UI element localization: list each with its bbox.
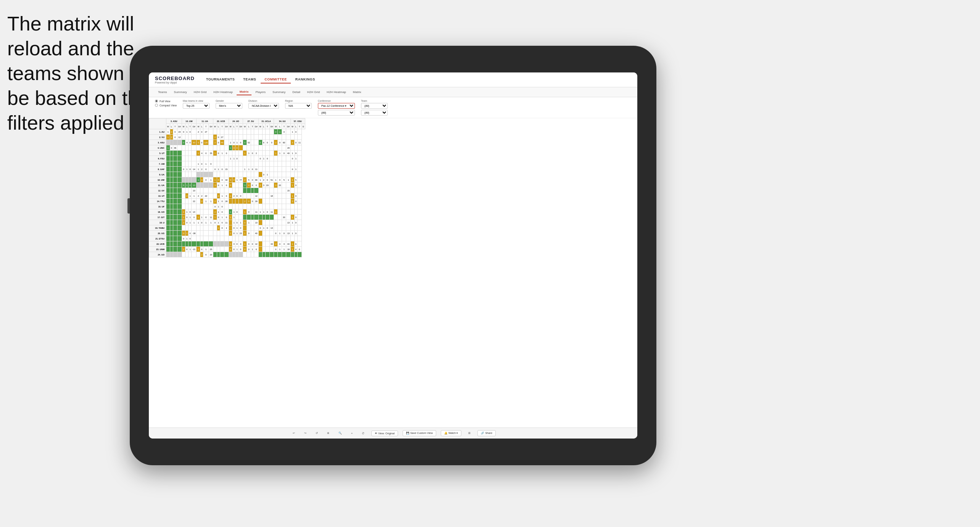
- conference-select[interactable]: Pac-12 Conference ▾ (All): [318, 103, 355, 109]
- matrix-cell: 0: [282, 151, 286, 156]
- matrix-cell: [209, 129, 213, 135]
- layout-button[interactable]: ⊞: [466, 431, 473, 436]
- team-sub-select[interactable]: (All): [361, 110, 388, 116]
- matrix-cell: [173, 183, 177, 188]
- matrix-cell: [239, 252, 243, 257]
- gender-select[interactable]: Men's Women's: [216, 103, 242, 109]
- subnav-matrix1[interactable]: Matrix: [237, 89, 252, 95]
- sh-d7: Dif: [269, 124, 274, 129]
- watch-button[interactable]: 🔔 Watch ▾: [441, 430, 461, 436]
- subnav-detail[interactable]: Detail: [289, 89, 303, 95]
- matrix-cell: [166, 183, 170, 188]
- tablet-screen: SCOREBOARD Powered by clippd TOURNAMENTS…: [149, 72, 637, 439]
- matrix-cell: [269, 183, 274, 188]
- conference-region-select[interactable]: (All): [318, 110, 355, 116]
- clock-button[interactable]: ⏱: [359, 431, 367, 436]
- matrix-cell: [189, 199, 192, 204]
- matrix-cell: [258, 215, 262, 220]
- matrix-cell: [192, 241, 197, 247]
- matrix-cell: 0: [232, 145, 235, 151]
- matrix-cell: [274, 167, 278, 172]
- refresh-button[interactable]: ↺: [313, 431, 320, 436]
- matrix-cell: [291, 204, 295, 209]
- nav-teams[interactable]: TEAMS: [239, 76, 260, 84]
- subnav-summary2[interactable]: Summary: [269, 89, 289, 95]
- matrix-cell: [200, 225, 203, 231]
- region-select[interactable]: N/A: [285, 103, 312, 109]
- matrix-cell: 0: [213, 167, 217, 172]
- matrix-cell: 0: [203, 151, 209, 156]
- division-select[interactable]: NCAA Division I: [248, 103, 279, 109]
- matrix-cell: 0: [251, 177, 254, 183]
- matrix-cell: [243, 129, 247, 135]
- matrix-cell: 1: [197, 215, 200, 220]
- row-label: 22. UCB: [149, 241, 166, 247]
- subnav-matrix2[interactable]: Matrix: [350, 89, 364, 95]
- compact-view-option[interactable]: Compact View: [155, 104, 177, 107]
- full-view-option[interactable]: Full View: [155, 100, 177, 103]
- matrix-cell: [189, 135, 192, 140]
- matrix-cell: 22: [192, 199, 197, 204]
- matrix-content[interactable]: 3. ASU 10. UW 11. UA 22. UCB 24. UO 27. …: [149, 118, 637, 427]
- subnav-h2h-heatmap1[interactable]: H2H Heatmap: [210, 89, 236, 95]
- matrix-cell: [173, 151, 177, 156]
- matrix-cell: 1: [229, 156, 232, 161]
- matrix-cell: [192, 172, 197, 177]
- sh-l2: L: [185, 124, 189, 129]
- matrix-cell: 1: [203, 161, 209, 167]
- subnav-summary1[interactable]: Summary: [171, 89, 190, 95]
- max-teams-select[interactable]: Top 25 Top 10 Top 50: [183, 103, 210, 109]
- zoom-in-button[interactable]: +: [349, 431, 355, 436]
- nav-tournaments[interactable]: TOURNAMENTS: [202, 76, 239, 84]
- matrix-cell: 4: [247, 183, 251, 188]
- compact-view-radio[interactable]: [155, 104, 158, 107]
- subnav-h2h-grid2[interactable]: H2H Grid: [304, 89, 323, 95]
- subnav-teams[interactable]: Teams: [155, 89, 170, 95]
- matrix-cell: [291, 252, 295, 257]
- matrix-cell: [170, 220, 173, 225]
- table-row: 10. UW130113032041772506612051145125: [149, 177, 305, 183]
- col-header-ucb: 22. UCB: [213, 119, 229, 124]
- matrix-cell: [213, 172, 217, 177]
- matrix-cell: [173, 209, 177, 215]
- matrix-cell: 4: [247, 241, 251, 247]
- save-custom-button[interactable]: 💾 Save Custom View: [403, 430, 436, 436]
- matrix-cell: [220, 188, 224, 193]
- zoom-target-button[interactable]: ⊕: [325, 431, 332, 436]
- matrix-cell: [229, 204, 232, 209]
- matrix-cell: 11: [254, 167, 259, 172]
- matrix-cell: [197, 188, 200, 193]
- nav-rankings[interactable]: RANKINGS: [292, 76, 319, 84]
- matrix-cell: 2: [258, 183, 262, 188]
- matrix-cell: [192, 156, 197, 161]
- subnav-h2h-grid1[interactable]: H2H Grid: [191, 89, 210, 95]
- matrix-cell: 1: [213, 151, 217, 156]
- matrix-cell: [291, 236, 295, 241]
- matrix-cell: 1: [235, 140, 239, 145]
- share-button[interactable]: 🔗 Share: [477, 430, 496, 436]
- matrix-cell: 1: [185, 129, 189, 135]
- matrix-cell: [170, 156, 173, 161]
- matrix-cell: [247, 225, 251, 231]
- full-view-radio[interactable]: [155, 100, 158, 103]
- matrix-cell: [243, 225, 247, 231]
- subnav-players[interactable]: Players: [252, 89, 269, 95]
- matrix-cell: [251, 145, 254, 151]
- matrix-cell: [173, 167, 177, 172]
- matrix-cell: 1: [197, 177, 200, 183]
- matrix-cell: [247, 215, 251, 220]
- matrix-cell: [235, 199, 239, 204]
- view-original-button[interactable]: 👁 View: Original: [371, 431, 398, 436]
- nav-committee[interactable]: COMMITTEE: [261, 76, 291, 84]
- matrix-cell: 1: [229, 140, 232, 145]
- matrix-cell: [286, 172, 291, 177]
- team-select[interactable]: (All): [361, 103, 388, 109]
- matrix-cell: [294, 188, 297, 193]
- subnav-h2h-heatmap2[interactable]: H2H Heatmap: [324, 89, 349, 95]
- zoom-out-button[interactable]: 🔍: [336, 431, 344, 436]
- undo-button[interactable]: ↩: [290, 431, 297, 436]
- matrix-cell: [251, 220, 254, 225]
- matrix-cell: 1: [291, 129, 295, 135]
- redo-button[interactable]: ↪: [302, 431, 309, 436]
- matrix-cell: 0: [235, 156, 239, 161]
